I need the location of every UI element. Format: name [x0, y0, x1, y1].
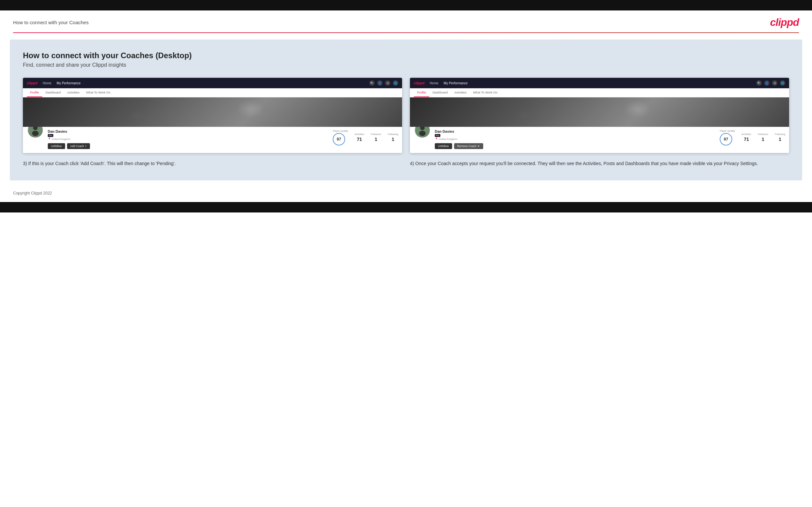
right-unfollow-button[interactable]: Unfollow	[435, 143, 452, 149]
globe-icon-right[interactable]: 🌐	[780, 80, 785, 86]
left-tab-dashboard[interactable]: Dashboard	[42, 88, 64, 97]
right-stat-player-quality: Player Quality 97	[720, 129, 735, 146]
right-app-nav: clippd Home My Performance 🔍 👤 ⚙ 🌐	[410, 78, 789, 88]
left-profile-info: Dan Davies Pro 📍 United Kingdom Unfollow…	[23, 127, 402, 153]
location-pin-icon-right: 📍	[435, 137, 438, 140]
left-action-buttons: Unfollow Add Coach +	[48, 143, 329, 149]
right-stat-activities: Activities 71	[742, 133, 752, 142]
section-title: How to connect with your Coaches (Deskto…	[23, 51, 789, 60]
right-stats-row: Player Quality 97 Activities 71 Follower…	[720, 129, 785, 146]
location-pin-icon: 📍	[48, 137, 51, 140]
left-tab-profile[interactable]: Profile	[27, 88, 42, 97]
right-tab-dashboard[interactable]: Dashboard	[429, 88, 451, 97]
bottom-bar	[0, 202, 812, 213]
left-profile-name: Dan Davies	[48, 129, 329, 133]
right-tab-what-to-work-on[interactable]: What To Work On	[470, 88, 501, 97]
left-app-tabs: Profile Dashboard Activities What To Wor…	[23, 88, 402, 98]
right-mock-browser: clippd Home My Performance 🔍 👤 ⚙ 🌐 Profi…	[410, 78, 789, 153]
left-banner-bg	[23, 98, 402, 127]
page-header: How to connect with your Coaches clippd	[0, 10, 812, 33]
right-screenshot-col: clippd Home My Performance 🔍 👤 ⚙ 🌐 Profi…	[410, 78, 789, 167]
right-profile-info: Dan Davies Pro 📍 United Kingdom Unfollow…	[410, 127, 789, 153]
search-icon-right[interactable]: 🔍	[756, 80, 762, 86]
right-tab-profile[interactable]: Profile	[414, 88, 429, 97]
left-pro-badge: Pro	[48, 134, 53, 137]
right-profile-details: Dan Davies Pro 📍 United Kingdom Unfollow…	[435, 129, 716, 149]
copyright-text: Copyright Clippd 2022	[13, 191, 52, 195]
svg-point-5	[419, 131, 426, 136]
right-nav-icons: 🔍 👤 ⚙ 🌐	[756, 80, 785, 86]
main-content: How to connect with your Coaches (Deskto…	[10, 40, 802, 180]
right-tab-activities[interactable]: Activities	[451, 88, 469, 97]
plus-icon: +	[85, 145, 87, 148]
right-action-buttons: Unfollow Remove Coach ✕	[435, 143, 716, 149]
left-nav-home[interactable]: Home	[43, 81, 51, 85]
left-screenshot-col: clippd Home My Performance 🔍 👤 ⚙ 🌐 Profi…	[23, 78, 402, 167]
right-app-tabs: Profile Dashboard Activities What To Wor…	[410, 88, 789, 98]
right-description: 4) Once your Coach accepts your request …	[410, 160, 789, 167]
section-subtitle: Find, connect and share your Clippd insi…	[23, 62, 789, 68]
right-remove-coach-button[interactable]: Remove Coach ✕	[454, 143, 484, 149]
left-description: 3) If this is your Coach click 'Add Coac…	[23, 160, 402, 167]
right-nav-home[interactable]: Home	[429, 81, 439, 85]
left-quality-circle: 97	[333, 133, 345, 146]
left-nav-my-performance[interactable]: My Performance	[57, 81, 81, 85]
user-icon-right[interactable]: 👤	[764, 80, 769, 86]
left-nav-icons: 🔍 👤 ⚙ 🌐	[369, 80, 398, 86]
right-quality-circle: 97	[720, 133, 732, 146]
right-stat-following: Following 1	[775, 133, 785, 142]
clippd-logo: clippd	[770, 16, 799, 29]
page-title: How to connect with your Coaches	[13, 19, 89, 25]
user-icon[interactable]: 👤	[377, 80, 383, 86]
right-profile-banner	[410, 98, 789, 127]
left-tab-what-to-work-on[interactable]: What To Work On	[83, 88, 114, 97]
globe-icon[interactable]: 🌐	[393, 80, 398, 86]
left-profile-banner	[23, 98, 402, 127]
search-icon[interactable]: 🔍	[369, 80, 374, 86]
left-stat-followers: Followers 1	[371, 133, 381, 142]
right-nav-my-performance[interactable]: My Performance	[444, 81, 467, 85]
left-unfollow-button[interactable]: Unfollow	[48, 143, 65, 149]
right-location: 📍 United Kingdom	[435, 137, 716, 140]
left-tab-activities[interactable]: Activities	[64, 88, 83, 97]
left-app-nav: clippd Home My Performance 🔍 👤 ⚙ 🌐	[23, 78, 402, 88]
top-bar	[0, 0, 812, 10]
close-icon: ✕	[477, 145, 480, 148]
svg-point-2	[32, 131, 39, 136]
right-profile-badge: Pro	[435, 134, 716, 137]
left-stats-row: Player Quality 97 Activities 71 Follower…	[333, 129, 398, 146]
left-add-coach-button[interactable]: Add Coach +	[67, 143, 90, 149]
left-mock-browser: clippd Home My Performance 🔍 👤 ⚙ 🌐 Profi…	[23, 78, 402, 153]
right-stat-followers: Followers 1	[758, 133, 768, 142]
right-banner-bg	[410, 98, 789, 127]
left-profile-details: Dan Davies Pro 📍 United Kingdom Unfollow…	[48, 129, 329, 149]
screenshots-row: clippd Home My Performance 🔍 👤 ⚙ 🌐 Profi…	[23, 78, 789, 167]
left-location: 📍 United Kingdom	[48, 137, 329, 140]
left-nav-logo: clippd	[27, 81, 37, 85]
settings-icon-right[interactable]: ⚙	[772, 80, 777, 86]
right-nav-logo: clippd	[414, 81, 424, 85]
header-divider	[13, 33, 799, 33]
left-stat-player-quality: Player Quality 97	[333, 129, 348, 146]
left-stat-activities: Activities 71	[355, 133, 364, 142]
settings-icon[interactable]: ⚙	[385, 80, 390, 86]
page-footer: Copyright Clippd 2022	[0, 187, 812, 202]
left-profile-badge: Pro	[48, 134, 329, 137]
right-profile-name: Dan Davies	[435, 129, 716, 133]
left-stat-following: Following 1	[388, 133, 398, 142]
right-pro-badge: Pro	[435, 134, 440, 137]
